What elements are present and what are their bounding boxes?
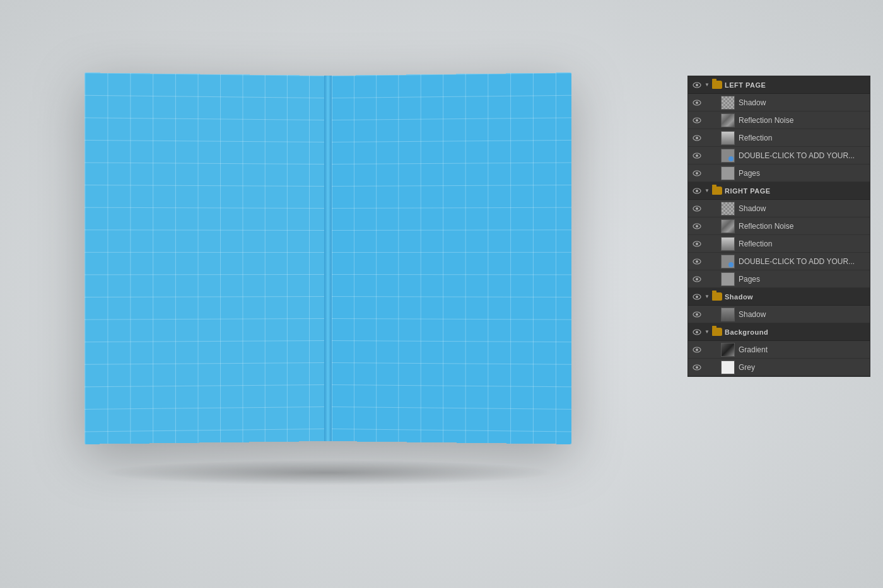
svg-point-17 bbox=[696, 225, 698, 228]
eye-icon-rp-refl-noise[interactable] bbox=[692, 221, 702, 231]
layers-panel: ▼ LEFT PAGE Shadow Reflection Noise bbox=[687, 76, 870, 377]
svg-point-13 bbox=[696, 190, 698, 192]
svg-point-1 bbox=[696, 84, 698, 86]
eye-icon-lp-pages[interactable] bbox=[692, 168, 702, 178]
layer-name-rp-refl-noise: Reflection Noise bbox=[739, 222, 866, 231]
layer-name-bg-gradient: Gradient bbox=[739, 345, 866, 354]
folder-icon-left-page bbox=[712, 81, 722, 89]
thumb-sg-shadow bbox=[721, 308, 735, 321]
layer-name-rp-shadow: Shadow bbox=[739, 204, 866, 213]
thumb-lp-pages bbox=[721, 166, 735, 180]
right-page-grid bbox=[332, 72, 571, 444]
eye-icon-background-group[interactable] bbox=[692, 327, 702, 337]
eye-icon-rp-pages[interactable] bbox=[692, 274, 702, 284]
layer-name-rp-pages: Pages bbox=[739, 275, 866, 284]
svg-point-21 bbox=[696, 260, 698, 263]
layer-item-lp-shadow[interactable]: Shadow bbox=[688, 94, 870, 112]
layer-name-lp-refl-noise: Reflection Noise bbox=[739, 116, 866, 125]
book-left-page bbox=[85, 72, 324, 444]
layer-name-lp-refl: Reflection bbox=[739, 134, 866, 142]
svg-point-25 bbox=[696, 296, 698, 298]
svg-point-27 bbox=[696, 313, 698, 316]
thumb-bg-gradient bbox=[721, 343, 735, 357]
thumb-lp-refl bbox=[721, 131, 735, 145]
svg-point-33 bbox=[696, 366, 698, 369]
layer-item-rp-shadow[interactable]: Shadow bbox=[688, 200, 870, 217]
layer-name-lp-pages: Pages bbox=[739, 169, 866, 178]
eye-icon-left-page[interactable] bbox=[692, 80, 702, 90]
background-group-label: Background bbox=[725, 328, 768, 336]
chevron-right-page[interactable]: ▼ bbox=[705, 188, 710, 193]
thumb-rp-shadow bbox=[721, 202, 735, 216]
thumb-rp-refl bbox=[721, 237, 735, 251]
thumb-rp-pages bbox=[721, 272, 735, 286]
layer-name-rp-refl: Reflection bbox=[739, 239, 866, 248]
layer-item-lp-pages[interactable]: Pages bbox=[688, 164, 870, 182]
thumb-rp-smart bbox=[721, 255, 735, 268]
svg-point-31 bbox=[696, 349, 698, 351]
svg-point-15 bbox=[696, 207, 698, 210]
thumb-lp-smart bbox=[721, 149, 735, 163]
eye-icon-lp-refl[interactable] bbox=[692, 133, 702, 143]
eye-icon-bg-gradient[interactable] bbox=[692, 345, 702, 355]
book-mockup bbox=[88, 76, 580, 466]
eye-icon-bg-grey[interactable] bbox=[692, 362, 702, 372]
eye-icon-rp-smart[interactable] bbox=[692, 257, 702, 267]
layer-item-bg-gradient[interactable]: Gradient bbox=[688, 341, 870, 359]
chevron-left-page[interactable]: ▼ bbox=[705, 82, 710, 88]
left-page-grid bbox=[85, 72, 324, 444]
book-shadow bbox=[101, 460, 555, 485]
book bbox=[88, 76, 568, 441]
layer-item-rp-smart[interactable]: DOUBLE-CLICK TO ADD YOUR... bbox=[688, 253, 870, 270]
svg-point-3 bbox=[696, 101, 698, 104]
folder-icon-shadow bbox=[712, 292, 722, 301]
chevron-shadow-group[interactable]: ▼ bbox=[705, 294, 710, 299]
book-spine bbox=[324, 76, 332, 441]
layer-name-lp-shadow: Shadow bbox=[739, 98, 866, 107]
layer-group-shadow[interactable]: ▼ Shadow bbox=[688, 288, 870, 306]
thumb-bg-grey bbox=[721, 360, 735, 374]
layer-item-rp-reflection-noise[interactable]: Reflection Noise bbox=[688, 217, 870, 235]
layer-name-rp-smart: DOUBLE-CLICK TO ADD YOUR... bbox=[739, 257, 866, 266]
eye-icon-shadow-group[interactable] bbox=[692, 292, 702, 302]
folder-icon-background bbox=[712, 328, 722, 336]
eye-icon-right-page[interactable] bbox=[692, 186, 702, 196]
left-page-label: LEFT PAGE bbox=[725, 81, 766, 89]
svg-point-23 bbox=[696, 278, 698, 280]
book-right-page bbox=[332, 72, 571, 444]
eye-icon-lp-refl-noise[interactable] bbox=[692, 115, 702, 125]
eye-icon-rp-refl[interactable] bbox=[692, 239, 702, 249]
chevron-background-group[interactable]: ▼ bbox=[705, 329, 710, 335]
shadow-group-label: Shadow bbox=[725, 293, 753, 301]
svg-point-9 bbox=[696, 154, 698, 157]
layer-item-sg-shadow[interactable]: Shadow bbox=[688, 306, 870, 323]
svg-point-5 bbox=[696, 119, 698, 122]
right-page-label: RIGHT PAGE bbox=[725, 187, 771, 195]
eye-icon-lp-shadow[interactable] bbox=[692, 98, 702, 108]
layer-name-lp-smart: DOUBLE-CLICK TO ADD YOUR... bbox=[739, 151, 866, 160]
layer-item-rp-reflection[interactable]: Reflection bbox=[688, 235, 870, 253]
layer-item-lp-smart[interactable]: DOUBLE-CLICK TO ADD YOUR... bbox=[688, 147, 870, 164]
eye-icon-sg-shadow[interactable] bbox=[692, 309, 702, 320]
thumb-rp-refl-noise bbox=[721, 219, 735, 233]
thumb-lp-shadow bbox=[721, 96, 735, 110]
svg-point-7 bbox=[696, 137, 698, 139]
layer-item-rp-pages[interactable]: Pages bbox=[688, 270, 870, 288]
svg-point-29 bbox=[696, 331, 698, 333]
layer-name-bg-grey: Grey bbox=[739, 363, 866, 372]
svg-point-11 bbox=[696, 172, 698, 175]
eye-icon-lp-smart[interactable] bbox=[692, 151, 702, 161]
layer-group-right-page[interactable]: ▼ RIGHT PAGE bbox=[688, 182, 870, 200]
svg-point-19 bbox=[696, 243, 698, 245]
eye-icon-rp-shadow[interactable] bbox=[692, 204, 702, 214]
layer-group-background[interactable]: ▼ Background bbox=[688, 323, 870, 341]
layer-item-lp-reflection-noise[interactable]: Reflection Noise bbox=[688, 112, 870, 129]
layer-item-bg-grey[interactable]: Grey bbox=[688, 359, 870, 376]
layer-name-sg-shadow: Shadow bbox=[739, 310, 866, 319]
layer-item-lp-reflection[interactable]: Reflection bbox=[688, 129, 870, 147]
layer-group-left-page[interactable]: ▼ LEFT PAGE bbox=[688, 76, 870, 94]
folder-icon-right-page bbox=[712, 187, 722, 195]
thumb-lp-refl-noise bbox=[721, 113, 735, 127]
